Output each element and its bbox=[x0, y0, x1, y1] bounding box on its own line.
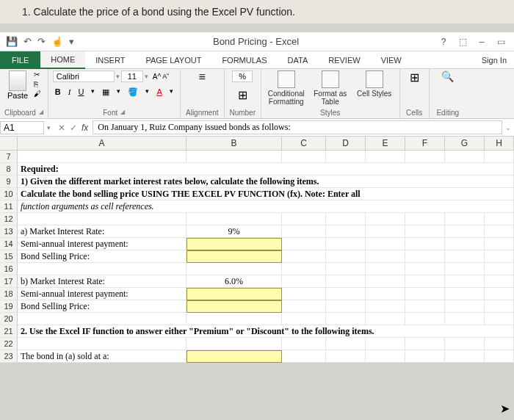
italic-button[interactable]: I bbox=[66, 87, 73, 98]
cell[interactable] bbox=[445, 338, 485, 350]
cell[interactable] bbox=[445, 151, 485, 163]
cell-a13[interactable]: a) Market Interest Rate: bbox=[18, 225, 187, 238]
cell[interactable] bbox=[282, 263, 326, 275]
cell[interactable] bbox=[405, 213, 445, 225]
row-header[interactable]: 10 bbox=[0, 188, 18, 200]
formula-bar-expand-icon[interactable]: ⌄ bbox=[502, 124, 514, 131]
cell[interactable] bbox=[366, 275, 405, 288]
cell[interactable] bbox=[485, 338, 514, 350]
percent-button[interactable]: % bbox=[232, 70, 253, 82]
font-launcher-icon[interactable]: ◢ bbox=[120, 109, 125, 117]
cell-a23[interactable]: The bond in (a) sold at a: bbox=[18, 350, 187, 363]
cell[interactable] bbox=[282, 238, 326, 250]
cell[interactable] bbox=[485, 263, 514, 275]
cell[interactable] bbox=[18, 263, 187, 275]
cell[interactable] bbox=[366, 313, 405, 325]
cell[interactable] bbox=[282, 213, 326, 225]
tab-view[interactable]: VIEW bbox=[371, 51, 412, 69]
cell[interactable] bbox=[445, 250, 485, 263]
cell[interactable] bbox=[366, 288, 405, 300]
cell[interactable] bbox=[282, 350, 326, 363]
align-icon[interactable]: ≡ bbox=[199, 70, 206, 84]
cell[interactable] bbox=[282, 288, 326, 300]
cell[interactable] bbox=[366, 250, 405, 263]
cell[interactable] bbox=[366, 350, 405, 363]
cell-b15-input[interactable] bbox=[187, 250, 282, 263]
cell-a15[interactable]: Bond Selling Price: bbox=[18, 250, 187, 263]
cell-a19[interactable]: Bond Selling Price: bbox=[18, 300, 187, 313]
maximize-icon[interactable]: ▭ bbox=[495, 37, 507, 47]
font-color-icon[interactable]: A bbox=[154, 87, 164, 98]
cell[interactable] bbox=[445, 288, 485, 300]
cell-a14[interactable]: Semi-annual interest payment: bbox=[18, 238, 187, 250]
cell[interactable] bbox=[282, 300, 326, 313]
col-header-h[interactable]: H bbox=[485, 137, 514, 151]
clipboard-launcher-icon[interactable]: ◢ bbox=[39, 109, 43, 117]
conditional-formatting-button[interactable]: Conditional Formatting bbox=[266, 70, 307, 106]
format-as-table-button[interactable]: Format as Table bbox=[310, 70, 351, 106]
row-header[interactable]: 11 bbox=[0, 200, 18, 213]
cut-icon[interactable]: ✂ bbox=[34, 70, 41, 79]
cell[interactable] bbox=[405, 263, 445, 275]
cell[interactable] bbox=[187, 313, 282, 325]
row-header[interactable]: 13 bbox=[0, 225, 18, 238]
cell[interactable] bbox=[485, 151, 514, 163]
cell[interactable] bbox=[445, 275, 485, 288]
row-header[interactable]: 17 bbox=[0, 275, 18, 288]
cell[interactable] bbox=[18, 338, 187, 350]
cell-a21[interactable]: 2. Use the Excel IF function to answer e… bbox=[18, 325, 514, 338]
row-header[interactable]: 7 bbox=[0, 151, 18, 163]
cell[interactable] bbox=[485, 250, 514, 263]
copy-icon[interactable]: ⎘ bbox=[34, 80, 41, 88]
cell[interactable] bbox=[485, 288, 514, 300]
cell[interactable] bbox=[282, 338, 326, 350]
cell[interactable] bbox=[326, 151, 366, 163]
cell-a10[interactable]: Calculate the bond selling price USING T… bbox=[18, 188, 514, 200]
cell[interactable] bbox=[282, 275, 326, 288]
fill-color-icon[interactable]: 🪣 bbox=[126, 87, 140, 98]
cell[interactable] bbox=[326, 213, 366, 225]
redo-icon[interactable]: ↷ bbox=[37, 36, 46, 47]
font-name-dropdown-icon[interactable]: ▾ bbox=[116, 73, 120, 80]
format-painter-icon[interactable]: 🖌 bbox=[34, 90, 41, 98]
row-header[interactable]: 16 bbox=[0, 263, 18, 275]
cell[interactable] bbox=[405, 238, 445, 250]
cell[interactable] bbox=[405, 225, 445, 238]
row-header[interactable]: 20 bbox=[0, 313, 18, 325]
cell[interactable] bbox=[405, 300, 445, 313]
bold-button[interactable]: B bbox=[53, 87, 63, 98]
help-icon[interactable]: ? bbox=[438, 37, 449, 47]
col-header-a[interactable]: A bbox=[18, 137, 187, 151]
cell[interactable] bbox=[326, 300, 366, 313]
tab-insert[interactable]: INSERT bbox=[85, 51, 135, 69]
font-name-select[interactable]: Calibri bbox=[53, 70, 115, 82]
name-box[interactable]: A1 bbox=[0, 121, 44, 134]
file-tab[interactable]: FILE bbox=[0, 51, 40, 69]
cell[interactable] bbox=[485, 275, 514, 288]
paste-button[interactable]: Paste bbox=[4, 70, 31, 100]
cell[interactable] bbox=[405, 250, 445, 263]
cell[interactable] bbox=[326, 313, 366, 325]
decrease-font-icon[interactable]: A˘ bbox=[162, 73, 169, 80]
cell[interactable] bbox=[187, 213, 282, 225]
cell[interactable] bbox=[405, 313, 445, 325]
cell[interactable] bbox=[282, 225, 326, 238]
cell[interactable] bbox=[326, 288, 366, 300]
cell-b14-input[interactable] bbox=[187, 238, 282, 250]
cell[interactable] bbox=[485, 350, 514, 363]
row-header[interactable]: 9 bbox=[0, 175, 18, 188]
row-header[interactable]: 12 bbox=[0, 213, 18, 225]
cell[interactable] bbox=[405, 338, 445, 350]
cell-a9[interactable]: 1) Given the different market interest r… bbox=[18, 175, 514, 188]
cell-a18[interactable]: Semi-annual interest payment: bbox=[18, 288, 187, 300]
cell[interactable] bbox=[326, 275, 366, 288]
cell[interactable] bbox=[445, 350, 485, 363]
cell-a17[interactable]: b) Market Interest Rate: bbox=[18, 275, 187, 288]
cell[interactable] bbox=[445, 238, 485, 250]
formula-input[interactable]: On January 1, Ruiz Company issued bonds … bbox=[93, 120, 502, 134]
row-header[interactable]: 14 bbox=[0, 238, 18, 250]
cell[interactable] bbox=[187, 338, 282, 350]
cell-a8[interactable]: Required: bbox=[18, 163, 514, 175]
border-icon[interactable]: ▦ bbox=[100, 87, 112, 98]
fill-dropdown-icon[interactable]: ▾ bbox=[143, 87, 151, 98]
